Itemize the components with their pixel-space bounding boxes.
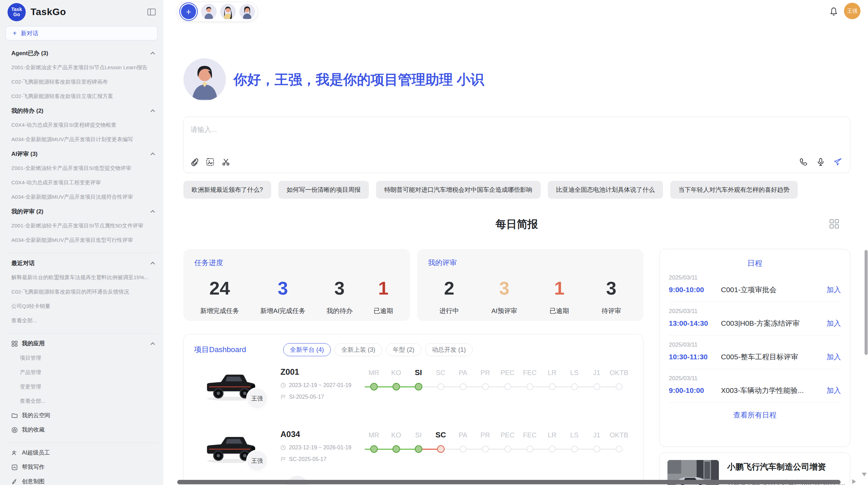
list-item[interactable]: C0X4-动力总成开发项目工程变更评审	[0, 175, 163, 190]
suggestion-chip[interactable]: 如何写一份清晰的项目周报	[278, 181, 369, 199]
section-my-todo[interactable]: 我的待办 (2)	[0, 103, 163, 118]
milestone-label: PEC	[501, 430, 515, 440]
view-all-apps[interactable]: 查看全部...	[0, 394, 163, 408]
logo-line2: Go	[13, 12, 20, 17]
app-item-change[interactable]: 变更管理	[0, 380, 163, 394]
people-icon	[11, 450, 18, 456]
stat-ai-pre-review: 3 AI预评审	[491, 278, 517, 315]
milestone-label: PEC	[501, 368, 515, 377]
image-icon[interactable]	[206, 158, 215, 166]
scissors-icon[interactable]	[221, 158, 230, 166]
milestone-label-current: SI	[415, 368, 422, 377]
list-item[interactable]: Z001-全新燃油皮卡产品开发项目SI节点Lesson Learn报告	[0, 60, 163, 75]
app-item-project[interactable]: 项目管理	[0, 351, 163, 365]
list-item[interactable]: C02-飞腾新能源轻客改款项目的闭环通告反馈情况	[0, 285, 163, 299]
milestone-dot	[393, 445, 400, 453]
app-item-product[interactable]: 产品管理	[0, 365, 163, 380]
milestone-dot-overdue	[437, 445, 445, 453]
suggestion-chip[interactable]: 比亚迪全固态电池计划具体说了什么	[548, 181, 663, 199]
schedule-event: 2025/03/11 10:30-11:30 C005-整车工程目标评审 加入	[669, 336, 841, 369]
app-logo: Task Go	[8, 3, 26, 21]
sidebar-item-ai-employee[interactable]: AI超级员工	[0, 446, 163, 460]
tab-new-platform[interactable]: 全新平台 (4)	[283, 343, 331, 356]
project-flag-milestone: SI-2025-05-17	[280, 394, 356, 400]
list-item[interactable]: A034-全新新能源MUV产品开发项目法规符合性评审	[0, 190, 163, 204]
stat-overdue: 1 已逾期	[374, 278, 393, 315]
milestone-dot	[527, 383, 533, 390]
list-item[interactable]: 解释最新出台的欧盟报废车法规再生塑料比例被调至15%...	[0, 270, 163, 285]
news-title: 小鹏飞行汽车制造公司增资	[727, 461, 845, 472]
section-agent-done[interactable]: Agent已办 (3)	[0, 46, 163, 60]
chat-input[interactable]	[191, 125, 705, 146]
greeting-text: 你好，王强，我是你的项目管理助理 小识	[233, 70, 484, 89]
event-title: C005-整车工程目标评审	[721, 352, 827, 362]
card-title: 任务进度	[194, 258, 404, 268]
milestone-dot	[571, 446, 578, 452]
tab-new-body[interactable]: 全新上装 (3)	[335, 343, 382, 356]
sidebar-item-cloud-space[interactable]: 我的云空间	[0, 408, 163, 423]
milestone-label: FEC	[523, 368, 537, 377]
join-link[interactable]: 加入	[827, 319, 841, 328]
milestone-label: PR	[481, 430, 490, 440]
project-row-z001[interactable]: 王强 Z001 2023-12-19 ~ 2027-01-19 SI	[194, 364, 643, 419]
view-all-chats[interactable]: 查看全部...	[0, 313, 163, 328]
milestone-label: J1	[593, 430, 600, 440]
milestone-label: KO	[391, 368, 401, 377]
card-title: 我的评审	[428, 258, 638, 268]
sidebar-item-favorites[interactable]: 我的收藏	[0, 423, 163, 437]
project-dashboard-card: 项目Dashboard 全新平台 (4) 全新上装 (3) 年型 (2) 动总开…	[183, 334, 643, 485]
vertical-scrollbar[interactable]	[865, 250, 868, 355]
join-link[interactable]: 加入	[827, 352, 841, 362]
suggestion-chip[interactable]: 欧洲新规最近颁布了什么?	[183, 181, 271, 199]
milestone-dot	[504, 383, 511, 390]
project-row-a034[interactable]: 王强 A034 2023-12-19 ~ 2026-01-19 SC	[194, 427, 643, 481]
phone-call-icon[interactable]	[799, 158, 808, 166]
suggestion-chip[interactable]: 特朗普可能对进口汽车增税会对中国车企造成哪些影响	[376, 181, 541, 199]
tab-powertrain[interactable]: 动总开发 (1)	[425, 343, 473, 356]
section-recent-chats[interactable]: 最近对话	[0, 256, 163, 270]
assistant-hero-avatar	[183, 58, 226, 101]
list-item[interactable]: Z001-全新燃油轻卡产品开发项目SI造型提交物评审	[0, 161, 163, 175]
section-my-review[interactable]: 我的评审 (2)	[0, 204, 163, 219]
list-item[interactable]: C0X4-动力总成开发项目SI里程碑提交物检查	[0, 118, 163, 132]
scroll-right-arrow-icon[interactable]	[852, 479, 856, 484]
sidebar-header: Task Go TaskGo	[0, 0, 163, 24]
milestone-label-current: SC	[435, 430, 446, 440]
view-all-schedule-link[interactable]: 查看所有日程	[669, 410, 841, 420]
app-title: TaskGo	[31, 7, 66, 17]
sidebar-collapse-icon[interactable]	[147, 9, 156, 15]
milestone-dot	[504, 446, 511, 452]
new-chat-button[interactable]: + 新对话	[5, 26, 158, 40]
section-ai-review[interactable]: AI评审 (3)	[0, 147, 163, 161]
list-item[interactable]: C02-飞腾新能源轻客改款项目里程碑画布	[0, 75, 163, 89]
join-link[interactable]: 加入	[827, 285, 841, 295]
sidebar-item-help-write[interactable]: 帮我写作	[0, 460, 163, 474]
event-date: 2025/03/11	[669, 341, 841, 348]
suggestion-chip[interactable]: 当下年轻人对汽车外观有怎样的喜好趋势	[670, 181, 798, 199]
chat-input-card	[183, 116, 850, 173]
tab-model-year[interactable]: 年型 (2)	[386, 343, 421, 356]
microphone-icon[interactable]	[816, 158, 825, 166]
schedule-event: 2025/03/11 13:00-14:30 C003|H0B-方案冻结评审 加…	[669, 302, 841, 336]
divider	[5, 253, 158, 253]
section-my-apps[interactable]: 我的应用	[0, 336, 163, 351]
attachment-icon[interactable]	[190, 158, 199, 166]
list-item[interactable]: A034-全新新能源MUV产品开发项目造型可行性评审	[0, 233, 163, 247]
milestone-label: PR	[481, 368, 490, 377]
list-item[interactable]: Z001-全新燃油轻卡产品开发项目SI节点属性5D文件评审	[0, 219, 163, 233]
milestone-dot	[482, 383, 489, 390]
sidebar-item-creative-draw[interactable]: 创意制图	[0, 474, 163, 485]
send-icon[interactable]	[833, 158, 842, 166]
horizontal-scrollbar[interactable]	[177, 480, 841, 484]
event-title: C003|H0B-方案冻结评审	[721, 319, 827, 328]
scroll-down-arrow-icon[interactable]	[862, 473, 867, 476]
owner-badge: 王强	[246, 387, 268, 409]
list-item[interactable]: 公司Q3轻卡销量	[0, 299, 163, 313]
join-link[interactable]: 加入	[827, 386, 841, 395]
milestone-label: SI	[415, 430, 422, 440]
milestone-dot	[460, 383, 467, 390]
layout-toggle-icon[interactable]	[830, 219, 839, 229]
milestone-dot	[549, 446, 556, 452]
list-item[interactable]: A034-全新新能源MUV产品开发项目计划变更表编写	[0, 132, 163, 147]
list-item[interactable]: C02-飞腾新能源轻客改款项目立项汇报方案	[0, 89, 163, 103]
